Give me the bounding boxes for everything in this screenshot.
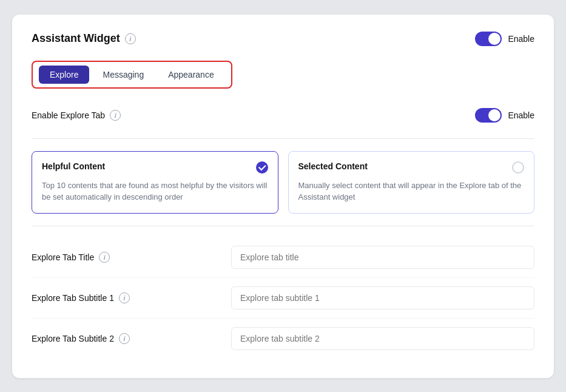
explore-enable-label: Enable: [508, 110, 534, 120]
enable-explore-label: Enable Explore Tab: [32, 110, 105, 120]
form-label-subtitle1-text: Explore Tab Subtitle 1: [32, 293, 114, 303]
explore-tab-title-input[interactable]: [231, 246, 534, 269]
header-left: Assistant Widget i: [32, 32, 136, 45]
form-section: Explore Tab Title i Explore Tab Subtitle…: [32, 237, 534, 359]
tab-appearance[interactable]: Appearance: [157, 66, 225, 84]
assistant-widget-card: Assistant Widget i Enable Explore Messag…: [12, 15, 554, 378]
page-title: Assistant Widget: [32, 32, 120, 45]
content-card-selected-desc: Manually select content that will appear…: [298, 180, 525, 203]
tab-messaging[interactable]: Messaging: [92, 66, 155, 84]
explore-tab-subtitle1-input[interactable]: [231, 286, 534, 309]
explore-tab-subtitle2-input[interactable]: [231, 327, 534, 350]
content-card-helpful[interactable]: Helpful Content Top 10 contents that are…: [32, 151, 278, 214]
enable-explore-tab-row: Enable Explore Tab i Enable: [32, 103, 534, 127]
content-card-helpful-title: Helpful Content: [42, 161, 105, 171]
content-card-selected-title: Selected Content: [298, 161, 368, 171]
card-header: Assistant Widget i Enable: [32, 32, 534, 46]
toggle-thumb: [488, 33, 500, 45]
title-info-icon[interactable]: i: [125, 33, 136, 44]
explore-toggle-track: [475, 108, 502, 123]
header-right: Enable: [475, 32, 534, 46]
toggle-track: [475, 32, 502, 46]
content-card-selected[interactable]: Selected Content Manually select content…: [288, 151, 535, 214]
enable-toggle[interactable]: [475, 32, 502, 46]
content-cards: Helpful Content Top 10 contents that are…: [32, 151, 534, 214]
enable-label: Enable: [508, 34, 534, 44]
form-label-subtitle1: Explore Tab Subtitle 1 i: [32, 292, 153, 303]
content-card-helpful-desc: Top 10 contents that are found as most h…: [42, 180, 268, 203]
explore-toggle-thumb: [488, 109, 500, 121]
content-card-helpful-header: Helpful Content: [42, 161, 268, 174]
content-card-selected-header: Selected Content: [298, 161, 525, 174]
form-subtitle1-info-icon[interactable]: i: [119, 292, 130, 303]
form-label-title-text: Explore Tab Title: [32, 252, 94, 262]
form-row-subtitle2: Explore Tab Subtitle 2 i: [32, 319, 534, 359]
enable-explore-toggle-group: Enable: [475, 108, 534, 123]
content-card-helpful-check: [256, 161, 268, 174]
content-card-selected-radio: [512, 161, 524, 174]
form-label-title: Explore Tab Title i: [32, 252, 153, 263]
explore-enable-toggle[interactable]: [475, 108, 502, 123]
divider-1: [32, 138, 534, 139]
form-row-subtitle1: Explore Tab Subtitle 1 i: [32, 278, 534, 319]
tabs-container: Explore Messaging Appearance: [32, 61, 232, 89]
enable-explore-label-group: Enable Explore Tab i: [32, 110, 121, 121]
enable-explore-info-icon[interactable]: i: [110, 110, 121, 121]
form-subtitle2-info-icon[interactable]: i: [119, 333, 130, 344]
form-row-title: Explore Tab Title i: [32, 237, 534, 278]
form-title-info-icon[interactable]: i: [99, 252, 110, 263]
form-label-subtitle2: Explore Tab Subtitle 2 i: [32, 333, 153, 344]
form-label-subtitle2-text: Explore Tab Subtitle 2: [32, 334, 114, 343]
tab-explore[interactable]: Explore: [39, 66, 89, 84]
divider-2: [32, 226, 534, 226]
